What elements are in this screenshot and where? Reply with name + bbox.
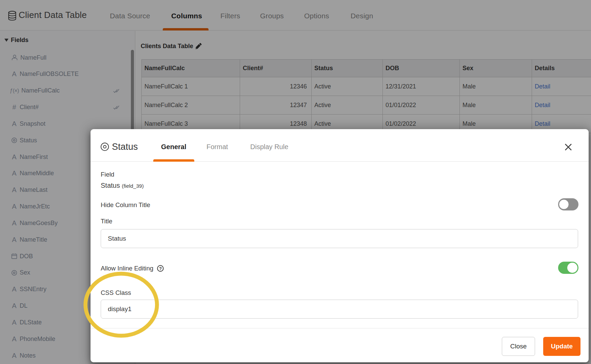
- svg-text:?: ?: [159, 266, 162, 271]
